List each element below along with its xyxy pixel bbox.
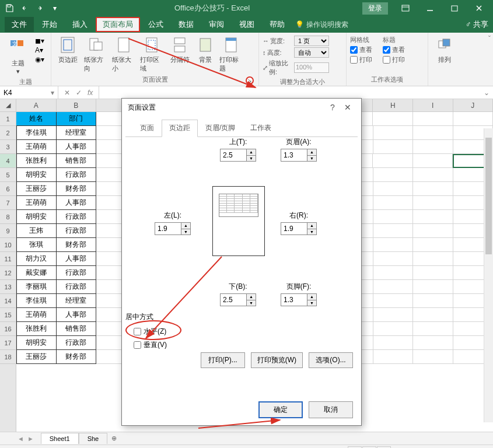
orientation-button[interactable]: 纸张方向 xyxy=(83,34,109,74)
menu-file[interactable]: 文件 xyxy=(5,17,34,32)
data-cell[interactable]: 王丽莎 xyxy=(16,182,57,196)
data-cell[interactable]: 王萌萌 xyxy=(16,308,57,322)
dialog-help-icon[interactable]: ? xyxy=(325,103,340,112)
dialog-close-icon[interactable]: ✕ xyxy=(340,103,355,112)
data-cell[interactable]: 行政部 xyxy=(57,266,97,280)
themes-button[interactable]: 文 主题▾ xyxy=(4,34,33,76)
row-header[interactable]: 12 xyxy=(0,266,16,280)
headings-view-checkbox[interactable]: 查看 xyxy=(383,46,405,54)
data-cell[interactable]: 销售部 xyxy=(57,154,96,168)
size-button[interactable]: 纸张大小 xyxy=(111,34,137,74)
row-header[interactable]: 8 xyxy=(0,210,16,224)
fx-icon[interactable]: fx xyxy=(88,89,93,97)
data-cell[interactable]: 王萌萌 xyxy=(16,196,57,210)
tab-sheet[interactable]: 工作表 xyxy=(243,120,279,136)
data-cell[interactable]: 行政部 xyxy=(57,224,97,238)
row-header[interactable]: 2 xyxy=(0,126,16,140)
menu-insert[interactable]: 插入 xyxy=(65,17,95,32)
data-cell[interactable]: 王丽莎 xyxy=(16,350,57,364)
data-cell[interactable]: 人事部 xyxy=(57,140,97,154)
row-header[interactable]: 9 xyxy=(0,224,16,238)
data-cell[interactable]: 张琪 xyxy=(16,238,57,252)
background-button[interactable]: 背景 xyxy=(195,34,216,65)
data-cell[interactable]: 财务部 xyxy=(57,182,97,196)
data-cell[interactable]: 李佳琪 xyxy=(16,294,57,308)
fonts-icon[interactable]: A▾ xyxy=(35,46,44,54)
page-break-view-icon[interactable]: ▭ xyxy=(377,446,391,449)
row-header[interactable]: 13 xyxy=(0,280,16,294)
vertical-scrollbar[interactable] xyxy=(484,128,493,422)
row-header[interactable]: 3 xyxy=(0,140,16,154)
redo-icon[interactable] xyxy=(33,1,47,15)
tab-margins[interactable]: 页边距 xyxy=(162,120,198,137)
data-cell[interactable]: 人事部 xyxy=(57,196,97,210)
login-button[interactable]: 登录 xyxy=(362,2,388,15)
breaks-button[interactable]: 分隔符 xyxy=(167,34,193,65)
prev-sheet-icon[interactable]: ◄ xyxy=(18,435,24,442)
qat-dropdown-icon[interactable]: ▾ xyxy=(48,1,62,15)
data-cell[interactable]: 王萌萌 xyxy=(16,140,57,154)
col-header[interactable]: I xyxy=(413,99,453,112)
row-header[interactable]: 14 xyxy=(0,294,16,308)
left-margin-spinner[interactable]: ▲▼ xyxy=(155,222,191,235)
header-cell[interactable]: 部门 xyxy=(57,112,97,126)
data-cell[interactable]: 行政部 xyxy=(57,168,97,182)
row-header[interactable]: 17 xyxy=(0,336,16,350)
data-cell[interactable]: 人事部 xyxy=(57,252,97,266)
header-margin-spinner[interactable]: ▲▼ xyxy=(281,149,317,162)
add-sheet-button[interactable]: ⊕ xyxy=(107,435,120,442)
tab-page[interactable]: 页面 xyxy=(132,120,162,136)
bottom-margin-spinner[interactable]: ▲▼ xyxy=(220,293,256,306)
row-header[interactable]: 7 xyxy=(0,196,16,210)
row-header[interactable]: 11 xyxy=(0,252,16,266)
horizontal-center-checkbox[interactable]: 水平(Z) xyxy=(134,327,167,337)
data-cell[interactable]: 财务部 xyxy=(57,238,97,252)
confirm-entry-icon[interactable]: ✓ xyxy=(76,89,82,97)
row-header[interactable]: 16 xyxy=(0,322,16,336)
header-cell[interactable]: 姓名 xyxy=(16,112,57,126)
col-header[interactable]: A xyxy=(16,99,57,112)
row-header[interactable]: 15 xyxy=(0,308,16,322)
print-button[interactable]: 打印(P)... xyxy=(201,352,245,368)
menu-data[interactable]: 数据 xyxy=(172,17,201,32)
data-cell[interactable]: 胡力汉 xyxy=(16,252,57,266)
arrange-button[interactable]: 排列 xyxy=(432,34,457,65)
col-header[interactable]: B xyxy=(57,99,97,112)
data-cell[interactable]: 人事部 xyxy=(57,308,97,322)
select-all-corner[interactable]: ◢ xyxy=(0,99,16,112)
headings-print-checkbox[interactable]: 打印 xyxy=(383,55,405,64)
right-margin-spinner[interactable]: ▲▼ xyxy=(281,222,317,235)
data-cell[interactable]: 张胜利 xyxy=(16,322,57,336)
ok-button[interactable]: 确定 xyxy=(258,401,303,418)
top-margin-spinner[interactable]: ▲▼ xyxy=(220,149,256,162)
data-cell[interactable]: 李佳琪 xyxy=(16,126,57,140)
share-button[interactable]: ♂ 共享 xyxy=(466,19,488,30)
page-setup-launcher[interactable]: ↘ xyxy=(246,76,254,85)
save-icon[interactable] xyxy=(2,1,16,15)
name-box[interactable]: K4▾ xyxy=(0,86,58,99)
data-cell[interactable]: 张胜利 xyxy=(16,154,57,168)
colors-icon[interactable]: ◼▾ xyxy=(35,37,44,45)
print-titles-button[interactable]: 打印标题 xyxy=(218,34,244,74)
data-cell[interactable]: 胡明安 xyxy=(16,336,57,350)
formula-bar[interactable] xyxy=(99,86,480,99)
close-icon[interactable] xyxy=(467,1,491,15)
effects-icon[interactable]: ◉▾ xyxy=(35,55,44,64)
sheet-tab-2[interactable]: She xyxy=(79,433,108,444)
data-cell[interactable]: 胡明安 xyxy=(16,168,57,182)
sheet-tab-1[interactable]: Sheet1 xyxy=(41,433,79,444)
next-sheet-icon[interactable]: ► xyxy=(27,435,34,442)
tell-me-search[interactable]: 💡操作说明搜索 xyxy=(295,20,348,30)
menu-page-layout[interactable]: 页面布局 xyxy=(96,17,140,32)
data-cell[interactable]: 财务部 xyxy=(57,350,97,364)
vertical-center-checkbox[interactable]: 垂直(V) xyxy=(134,340,167,350)
page-layout-view-icon[interactable]: ▤ xyxy=(362,446,376,449)
print-area-button[interactable]: 打印区域 xyxy=(139,34,165,74)
menu-view[interactable]: 视图 xyxy=(232,17,261,32)
data-cell[interactable]: 行政部 xyxy=(57,280,97,294)
data-cell[interactable]: 经理室 xyxy=(57,126,97,140)
menu-formula[interactable]: 公式 xyxy=(141,17,170,32)
data-cell[interactable]: 行政部 xyxy=(57,336,97,350)
minimize-icon[interactable] xyxy=(418,1,442,15)
margins-button[interactable]: 页边距 xyxy=(55,34,81,65)
